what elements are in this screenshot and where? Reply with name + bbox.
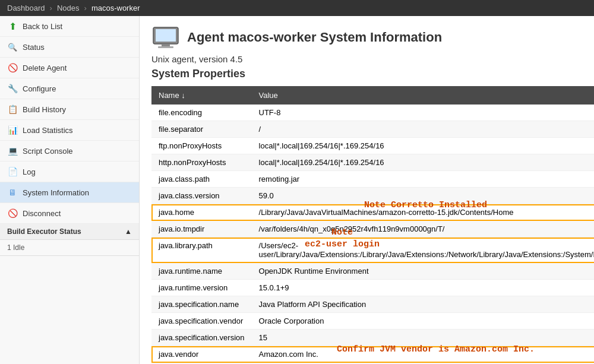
breadcrumb-current: macos-worker xyxy=(91,4,140,12)
prop-value: 15.0.1+9 xyxy=(252,280,594,296)
table-row: java.home/Library/Java/JavaVirtualMachin… xyxy=(151,204,594,221)
prop-value: / xyxy=(252,121,594,138)
table-row: java.class.version59.0 xyxy=(151,188,594,204)
sidebar-item-load-statistics[interactable]: 📊 Load Statistics xyxy=(0,120,139,141)
clipboard-icon: 📋 xyxy=(7,104,18,115)
prop-name: java.specification.vendor xyxy=(151,313,252,330)
table-container: Name ↓ Value file.encodingUTF-8file.sepa… xyxy=(151,86,582,364)
prop-name: java.class.version xyxy=(151,188,252,204)
prop-value: Java Platform API Specification xyxy=(252,296,594,313)
prop-name: file.encoding xyxy=(151,105,252,121)
prop-value: Amazon.com Inc. xyxy=(252,346,594,363)
sidebar-item-system-information[interactable]: 🖥 System Information xyxy=(0,182,139,203)
table-row: http.nonProxyHostslocal|*.local|169.254/… xyxy=(151,154,594,171)
col-name-header: Name ↓ xyxy=(151,86,252,105)
prop-name: java.home xyxy=(151,204,252,221)
breadcrumb-nodes[interactable]: Nodes xyxy=(57,4,80,12)
top-nav: Dashboard › Nodes › macos-worker xyxy=(0,0,594,16)
build-executor-label: Build Executor Status xyxy=(7,227,81,236)
sidebar-item-delete-agent[interactable]: 🚫 Delete Agent xyxy=(0,58,139,78)
prop-value: OpenJDK Runtime Environment xyxy=(252,263,594,280)
arrow-up-icon: ⬆ xyxy=(7,21,18,31)
main-content: Agent macos-worker System Information Un… xyxy=(140,16,594,364)
prop-value: Oracle Corporation xyxy=(252,313,594,330)
prop-value: /Library/Java/JavaVirtualMachines/amazon… xyxy=(252,204,594,221)
prop-name: ftp.nonProxyHosts xyxy=(151,138,252,154)
table-row: java.runtime.version15.0.1+9 xyxy=(151,280,594,296)
table-row: java.io.tmpdir/var/folders/4h/qn_x0g5n29… xyxy=(151,221,594,238)
table-row: java.specification.version15 xyxy=(151,330,594,346)
sidebar-label-disconnect: Disconnect xyxy=(23,209,61,218)
sidebar-item-back-to-list[interactable]: ⬆ Back to List xyxy=(0,16,139,37)
prop-name: java.class.path xyxy=(151,171,252,188)
table-row: java.runtime.nameOpenJDK Runtime Environ… xyxy=(151,263,594,280)
sidebar-item-script-console[interactable]: 💻 Script Console xyxy=(0,141,139,162)
block-icon-delete: 🚫 xyxy=(7,62,18,73)
table-row: java.library.path/Users/ec2-user/Library… xyxy=(151,238,594,263)
prop-name: java.runtime.name xyxy=(151,263,252,280)
breadcrumb-sep-2: › xyxy=(84,4,87,12)
prop-value: /var/folders/4h/qn_x0g5n2952r4vfh119n9vm… xyxy=(252,221,594,238)
sidebar: ⬆ Back to List 🔍 Status 🚫 Delete Agent 🔧… xyxy=(0,16,140,364)
prop-value: 15 xyxy=(252,330,594,346)
page-title: Agent macos-worker System Information xyxy=(187,30,442,45)
sidebar-label-configure: Configure xyxy=(23,84,56,93)
svg-rect-2 xyxy=(162,44,170,46)
prop-name: java.specification.name xyxy=(151,296,252,313)
col-value-header: Value xyxy=(252,86,594,105)
prop-value: UTF-8 xyxy=(252,105,594,121)
monitor-icon: 🖥 xyxy=(7,187,18,198)
breadcrumb-dashboard[interactable]: Dashboard xyxy=(7,4,45,12)
prop-name: http.nonProxyHosts xyxy=(151,154,252,171)
executor-status: 1 Idle xyxy=(0,240,139,256)
prop-name: java.runtime.version xyxy=(151,280,252,296)
sidebar-label-load-stats: Load Statistics xyxy=(23,126,73,135)
build-executor-section[interactable]: Build Executor Status ▲ xyxy=(0,224,139,240)
terminal-icon: 💻 xyxy=(7,145,18,156)
prop-value: local|*.local|169.254/16|*.169.254/16 xyxy=(252,138,594,154)
sidebar-item-disconnect[interactable]: 🚫 Disconnect xyxy=(0,203,139,224)
wrench-icon: 🔧 xyxy=(7,83,18,94)
search-icon: 🔍 xyxy=(7,42,18,52)
table-row: file.separator/ xyxy=(151,121,594,138)
prop-name: java.library.path xyxy=(151,238,252,263)
sidebar-label-back: Back to List xyxy=(23,22,62,31)
sidebar-item-log[interactable]: 📄 Log xyxy=(0,162,139,182)
agent-icon xyxy=(151,26,180,49)
prop-value: /Users/ec2-user/Library/Java/Extensions:… xyxy=(252,238,594,263)
prop-value: 59.0 xyxy=(252,188,594,204)
prop-name: java.specification.version xyxy=(151,330,252,346)
prop-name: java.vendor xyxy=(151,346,252,363)
table-row: java.vendorAmazon.com Inc. xyxy=(151,346,594,363)
sidebar-item-build-history[interactable]: 📋 Build History xyxy=(0,99,139,120)
properties-table: Name ↓ Value file.encodingUTF-8file.sepa… xyxy=(151,86,594,364)
prop-name: file.separator xyxy=(151,121,252,138)
sidebar-label-script-console: Script Console xyxy=(23,147,73,156)
breadcrumb-sep-1: › xyxy=(50,4,52,12)
table-row: java.class.pathremoting.jar xyxy=(151,171,594,188)
table-row: java.specification.nameJava Platform API… xyxy=(151,296,594,313)
svg-rect-1 xyxy=(156,29,176,42)
sidebar-label-delete: Delete Agent xyxy=(23,64,67,72)
prop-value: local|*.local|169.254/16|*.169.254/16 xyxy=(252,154,594,171)
agent-version: Unix agent, version 4.5 xyxy=(151,54,582,64)
prop-name: java.io.tmpdir xyxy=(151,221,252,238)
section-heading: System Properties xyxy=(151,68,582,80)
sidebar-label-build-history: Build History xyxy=(23,105,66,114)
collapse-icon: ▲ xyxy=(125,227,132,236)
chart-icon: 📊 xyxy=(7,125,18,135)
sidebar-label-log: Log xyxy=(23,167,36,176)
prop-value: remoting.jar xyxy=(252,171,594,188)
svg-rect-3 xyxy=(158,46,173,48)
sidebar-label-system-info: System Information xyxy=(23,188,89,197)
table-row: file.encodingUTF-8 xyxy=(151,105,594,121)
sidebar-item-configure[interactable]: 🔧 Configure xyxy=(0,78,139,99)
sidebar-label-status: Status xyxy=(23,43,45,52)
plug-icon: 🚫 xyxy=(7,208,18,219)
table-row: java.specification.vendorOracle Corporat… xyxy=(151,313,594,330)
page-header: Agent macos-worker System Information xyxy=(151,26,582,49)
table-row: ftp.nonProxyHostslocal|*.local|169.254/1… xyxy=(151,138,594,154)
table-header-row: Name ↓ Value xyxy=(151,86,594,105)
sidebar-item-status[interactable]: 🔍 Status xyxy=(0,37,139,58)
log-icon: 📄 xyxy=(7,166,18,177)
